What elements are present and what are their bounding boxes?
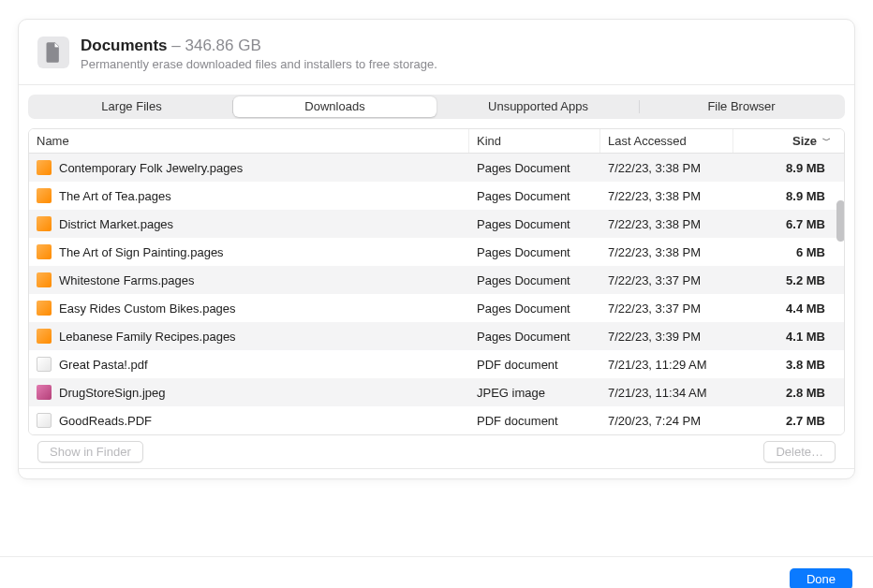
- file-kind: JPEG image: [469, 386, 600, 400]
- documents-icon: [37, 37, 69, 68]
- file-name: DrugStoreSign.jpeg: [59, 386, 165, 400]
- file-kind: PDF document: [469, 358, 600, 372]
- file-type-icon: [37, 385, 52, 400]
- scrollbar-thumb[interactable]: [836, 200, 845, 242]
- file-name: Contemporary Folk Jewelry.pages: [59, 161, 243, 175]
- table-row[interactable]: Lebanese Family Recipes.pagesPages Docum…: [29, 322, 844, 350]
- file-size: 2.8 MB: [733, 386, 844, 400]
- done-button[interactable]: Done: [790, 568, 852, 588]
- file-type-icon: [37, 413, 52, 428]
- file-size: 2.7 MB: [733, 414, 844, 428]
- file-name: District Market.pages: [59, 217, 173, 231]
- table-row[interactable]: Whitestone Farms.pagesPages Document7/22…: [29, 266, 844, 294]
- file-name: GoodReads.PDF: [59, 414, 152, 428]
- file-type-icon: [37, 216, 52, 231]
- panel-subtitle: Permanently erase downloaded files and i…: [81, 57, 437, 71]
- file-size: 4.1 MB: [733, 330, 844, 344]
- file-accessed: 7/21/23, 11:34 AM: [600, 386, 733, 400]
- file-kind: Pages Document: [469, 161, 600, 175]
- file-kind: Pages Document: [469, 301, 600, 316]
- file-name: Lebanese Family Recipes.pages: [59, 330, 236, 344]
- file-accessed: 7/20/23, 7:24 PM: [600, 414, 733, 428]
- file-kind: Pages Document: [469, 330, 600, 344]
- file-name: Whitestone Farms.pages: [59, 273, 195, 287]
- file-type-icon: [37, 301, 52, 316]
- file-size: 6.7 MB: [733, 217, 844, 231]
- dialog-footer: Done: [0, 556, 873, 588]
- file-type-icon: [37, 329, 52, 344]
- file-accessed: 7/22/23, 3:37 PM: [600, 301, 733, 316]
- file-kind: Pages Document: [469, 245, 600, 259]
- view-segmented-control: Large FilesDownloadsUnsupported AppsFile…: [28, 95, 845, 119]
- file-type-icon: [37, 272, 52, 287]
- table-row[interactable]: Great Pasta!.pdfPDF document7/21/23, 11:…: [29, 350, 844, 378]
- file-type-icon: [37, 188, 52, 203]
- file-size: 5.2 MB: [733, 273, 844, 287]
- panel-size: – 346.86 GB: [171, 37, 260, 54]
- table-row[interactable]: The Art of Tea.pagesPages Document7/22/2…: [29, 182, 844, 210]
- file-name: Easy Rides Custom Bikes.pages: [59, 301, 236, 316]
- file-accessed: 7/21/23, 11:29 AM: [600, 358, 733, 372]
- file-type-icon: [37, 244, 52, 259]
- tab-unsupported-apps[interactable]: Unsupported Apps: [436, 96, 640, 117]
- file-name: The Art of Sign Painting.pages: [59, 245, 224, 259]
- tab-downloads[interactable]: Downloads: [233, 96, 436, 117]
- table-row[interactable]: GoodReads.PDFPDF document7/20/23, 7:24 P…: [29, 406, 844, 434]
- file-accessed: 7/22/23, 3:37 PM: [600, 273, 733, 287]
- file-kind: Pages Document: [469, 273, 600, 287]
- file-accessed: 7/22/23, 3:39 PM: [600, 330, 733, 344]
- file-accessed: 7/22/23, 3:38 PM: [600, 161, 733, 175]
- panel-header: Documents – 346.86 GB Permanently erase …: [19, 20, 854, 84]
- file-type-icon: [37, 160, 52, 175]
- file-size: 6 MB: [733, 245, 844, 259]
- file-kind: Pages Document: [469, 217, 600, 231]
- tab-file-browser[interactable]: File Browser: [640, 96, 843, 117]
- table-row[interactable]: Contemporary Folk Jewelry.pagesPages Doc…: [29, 154, 844, 182]
- file-name: Great Pasta!.pdf: [59, 358, 148, 372]
- sort-descending-icon: ﹀: [822, 135, 831, 147]
- file-size: 4.4 MB: [733, 301, 844, 316]
- file-kind: PDF document: [469, 414, 600, 428]
- file-size: 8.9 MB: [733, 189, 844, 203]
- table-body: Contemporary Folk Jewelry.pagesPages Doc…: [29, 154, 844, 434]
- file-size: 3.8 MB: [733, 358, 844, 372]
- table-row[interactable]: Easy Rides Custom Bikes.pagesPages Docum…: [29, 294, 844, 322]
- table-row[interactable]: The Art of Sign Painting.pagesPages Docu…: [29, 238, 844, 266]
- file-name: The Art of Tea.pages: [59, 189, 171, 203]
- show-in-finder-button[interactable]: Show in Finder: [37, 441, 143, 463]
- table-header: Name Kind Last Accessed Size ﹀: [29, 129, 844, 154]
- file-accessed: 7/22/23, 3:38 PM: [600, 217, 733, 231]
- panel-title-line: Documents – 346.86 GB: [81, 37, 437, 55]
- tab-large-files[interactable]: Large Files: [30, 96, 233, 117]
- table-row[interactable]: District Market.pagesPages Document7/22/…: [29, 210, 844, 238]
- panel-title: Documents: [81, 37, 168, 54]
- file-size: 8.9 MB: [733, 161, 844, 175]
- file-kind: Pages Document: [469, 189, 600, 203]
- column-header-size[interactable]: Size ﹀: [733, 129, 844, 153]
- file-accessed: 7/22/23, 3:38 PM: [600, 245, 733, 259]
- column-header-kind[interactable]: Kind: [469, 129, 600, 153]
- files-table: Name Kind Last Accessed Size ﹀ Contempor…: [28, 128, 845, 435]
- delete-button[interactable]: Delete…: [763, 441, 836, 463]
- file-type-icon: [37, 357, 52, 372]
- file-accessed: 7/22/23, 3:38 PM: [600, 189, 733, 203]
- column-header-accessed[interactable]: Last Accessed: [600, 129, 733, 153]
- storage-panel: Documents – 346.86 GB Permanently erase …: [18, 19, 855, 479]
- table-row[interactable]: DrugStoreSign.jpegJPEG image7/21/23, 11:…: [29, 378, 844, 406]
- column-header-name[interactable]: Name: [29, 129, 469, 153]
